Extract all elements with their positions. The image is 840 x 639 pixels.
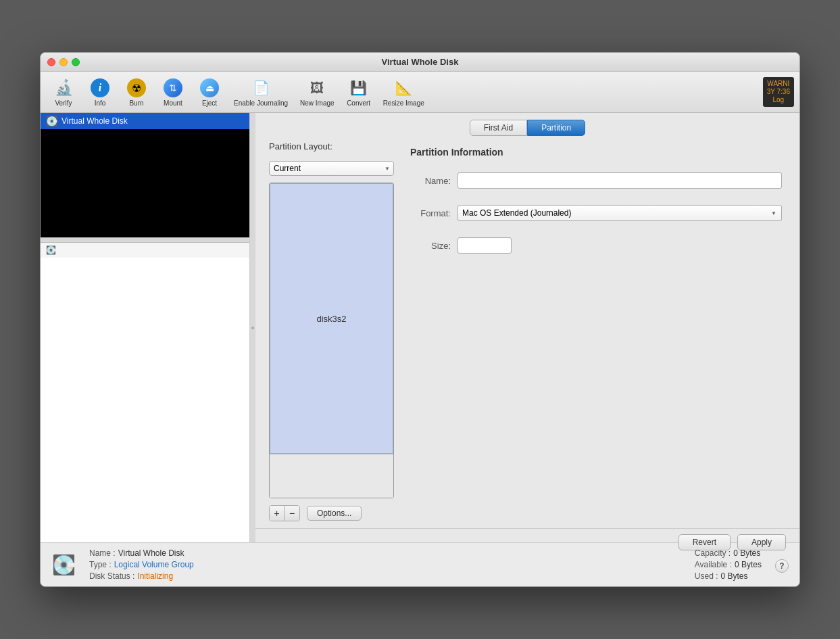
log-time-text: 3Y 7:36	[767, 88, 790, 96]
enable-journaling-toolbar-item[interactable]: 📄 Enable Journaling	[228, 74, 293, 110]
help-button[interactable]: ?	[775, 559, 789, 573]
convert-icon: 💾	[348, 77, 370, 99]
log-warning-text: WARNI	[767, 80, 790, 88]
log-button[interactable]: WARNI 3Y 7:36 Log	[763, 77, 794, 107]
verify-toolbar-item[interactable]: 🔬 Verify	[46, 74, 81, 110]
window-title: Virtual Whole Disk	[382, 57, 459, 67]
status-available-label: Available :	[695, 560, 732, 569]
eject-toolbar-item[interactable]: ⏏ Eject	[192, 74, 227, 110]
sidebar-sub-disk-item[interactable]: 💽	[41, 243, 249, 258]
main-content: 💽 Virtual Whole Disk 💽 First Aid Partiti…	[41, 113, 799, 542]
new-image-label: New Image	[300, 99, 335, 107]
titlebar: Virtual Whole Disk	[41, 53, 799, 72]
toolbar: 🔬 Verify i Info ☢ Burn ⇅ Mount ⏏ Eject	[41, 72, 799, 113]
status-available-value: 0 Bytes	[735, 560, 762, 569]
resize-image-toolbar-item[interactable]: 📐 Resize Image	[378, 74, 430, 110]
sidebar-disk-name: Virtual Whole Disk	[61, 116, 128, 126]
minimize-button[interactable]	[59, 58, 68, 66]
burn-icon: ☢	[126, 77, 147, 99]
status-capacity-label: Capacity :	[695, 548, 731, 558]
mount-label: Mount	[164, 99, 182, 107]
disk-drive-icon: 💽	[46, 116, 57, 126]
partition-content: Partition Layout: Current disk3s2	[255, 141, 799, 528]
resize-dot	[251, 327, 254, 329]
name-form-row: Name:	[410, 172, 786, 189]
partition-tab[interactable]: Partition	[527, 120, 585, 136]
sidebar-disk-item[interactable]: 💽 Virtual Whole Disk	[41, 113, 249, 129]
maximize-button[interactable]	[72, 58, 80, 66]
partition-visual-area: disk3s2	[269, 183, 394, 498]
partition-layout-select[interactable]: Current	[269, 161, 394, 176]
partition-block-name: disk3s2	[316, 314, 346, 324]
size-form-row: Size:	[410, 237, 786, 254]
info-toolbar-item[interactable]: i Info	[82, 74, 118, 110]
format-form-label: Format:	[410, 208, 451, 218]
partition-layout-select-wrapper: Current	[269, 161, 394, 176]
partition-layout-label: Partition Layout:	[269, 141, 394, 151]
status-info: Name : Virtual Whole Disk Type : Logical…	[89, 548, 194, 581]
status-capacity-value: 0 Bytes	[733, 548, 760, 558]
status-disk-status-row: Disk Status : Initializing	[89, 571, 194, 581]
status-capacity-row: Capacity : 0 Bytes	[695, 548, 762, 558]
first-aid-tab[interactable]: First Aid	[470, 120, 527, 136]
status-used-label: Used :	[695, 571, 718, 581]
main-window: Virtual Whole Disk 🔬 Verify i Info ☢ Bur…	[40, 52, 800, 587]
size-form-label: Size:	[410, 241, 451, 251]
status-used-value: 0 Bytes	[721, 571, 748, 581]
new-image-icon: 🖼	[306, 77, 328, 99]
status-disk-icon: 💽	[51, 552, 76, 577]
size-input[interactable]	[458, 237, 512, 254]
info-icon: i	[89, 77, 111, 99]
partition-left-panel: Partition Layout: Current disk3s2	[269, 141, 394, 521]
convert-label: Convert	[347, 99, 370, 107]
format-select-wrapper: Mac OS Extended (Journaled)	[458, 205, 782, 221]
sidebar-preview-area	[41, 129, 249, 237]
status-disk-status-label: Disk Status :	[89, 571, 134, 581]
log-label: Log	[767, 96, 790, 104]
close-button[interactable]	[47, 58, 55, 66]
window-buttons	[47, 58, 80, 66]
partition-remove-button[interactable]: −	[285, 506, 299, 521]
sub-disk-icon: 💽	[46, 245, 56, 255]
format-select[interactable]: Mac OS Extended (Journaled)	[458, 205, 782, 221]
verify-label: Verify	[55, 99, 72, 107]
resize-handle[interactable]	[250, 113, 255, 542]
partition-info-title: Partition Information	[410, 147, 786, 158]
partition-actions: + − Options...	[269, 505, 394, 521]
enable-journaling-icon: 📄	[250, 77, 272, 99]
status-type-label: Type :	[89, 560, 112, 569]
sidebar-divider	[41, 237, 249, 243]
right-panel: First Aid Partition Partition Layout: Cu…	[255, 113, 799, 542]
status-capacity: Capacity : 0 Bytes Available : 0 Bytes U…	[695, 548, 762, 581]
tab-bar: First Aid Partition	[255, 113, 799, 141]
mount-toolbar-item[interactable]: ⇅ Mount	[155, 74, 191, 110]
partition-add-button[interactable]: +	[270, 506, 285, 521]
eject-icon: ⏏	[199, 77, 220, 99]
status-available-row: Available : 0 Bytes	[695, 560, 762, 569]
sidebar-rest-area	[41, 258, 249, 542]
eject-label: Eject	[202, 99, 217, 107]
status-name-row: Name : Virtual Whole Disk	[89, 548, 194, 558]
name-input[interactable]	[458, 172, 782, 189]
status-used-row: Used : 0 Bytes	[695, 571, 762, 581]
status-type-value: Logical Volume Group	[114, 560, 194, 569]
resize-image-icon: 📐	[393, 77, 414, 99]
partition-options-button[interactable]: Options...	[307, 506, 362, 521]
name-form-label: Name:	[410, 176, 451, 186]
burn-toolbar-item[interactable]: ☢ Burn	[119, 74, 154, 110]
burn-label: Burn	[129, 99, 143, 107]
new-image-toolbar-item[interactable]: 🖼 New Image	[295, 74, 340, 110]
format-form-row: Format: Mac OS Extended (Journaled)	[410, 205, 786, 221]
convert-toolbar-item[interactable]: 💾 Convert	[341, 74, 376, 110]
status-disk-status-value: Initializing	[137, 571, 173, 581]
info-label: Info	[95, 99, 106, 107]
enable-journaling-label: Enable Journaling	[234, 99, 288, 107]
status-name-value: Virtual Whole Disk	[118, 548, 184, 558]
status-type-row: Type : Logical Volume Group	[89, 560, 194, 569]
partition-block-main[interactable]: disk3s2	[270, 183, 393, 454]
verify-icon: 🔬	[53, 77, 74, 99]
partition-block-small[interactable]	[270, 454, 393, 498]
partition-add-remove: + −	[269, 505, 300, 521]
mount-icon: ⇅	[162, 77, 184, 99]
partition-right-panel: Partition Information Name: Format: Mac …	[410, 141, 786, 521]
